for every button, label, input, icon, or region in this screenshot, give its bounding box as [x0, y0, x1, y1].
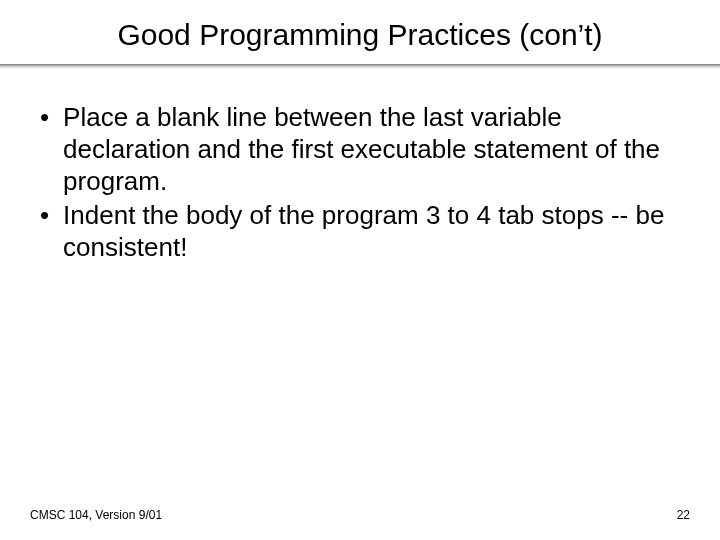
bullet-icon: • [40, 101, 49, 133]
bullet-item: • Place a blank line between the last va… [36, 101, 690, 197]
slide-title: Good Programming Practices (con’t) [30, 18, 690, 52]
content-area: • Place a blank line between the last va… [30, 101, 690, 263]
page-number: 22 [677, 508, 690, 522]
bullet-item: • Indent the body of the program 3 to 4 … [36, 199, 690, 263]
bullet-text: Place a blank line between the last vari… [63, 101, 690, 197]
slide: Good Programming Practices (con’t) • Pla… [0, 0, 720, 540]
bullet-icon: • [40, 199, 49, 231]
bullet-text: Indent the body of the program 3 to 4 ta… [63, 199, 690, 263]
footer-course-version: CMSC 104, Version 9/01 [30, 508, 162, 522]
title-divider [0, 64, 720, 69]
